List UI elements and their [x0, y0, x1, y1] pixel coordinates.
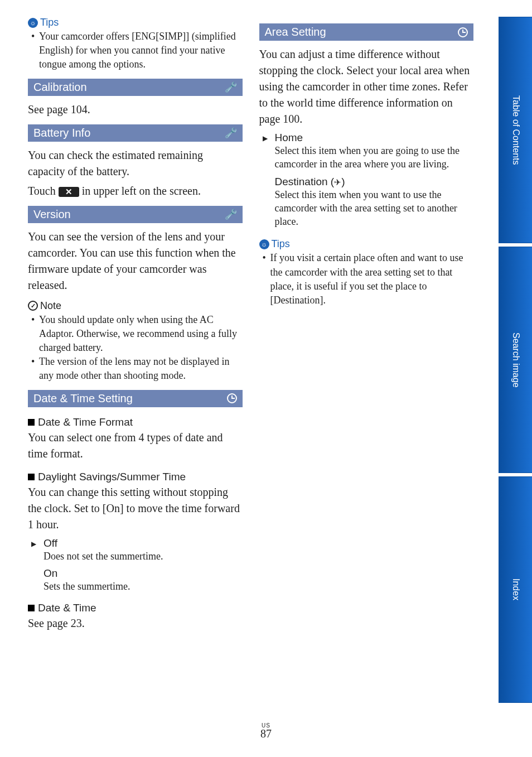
- lightbulb-icon: ☼: [259, 239, 269, 249]
- note-heading: ✓ Note: [28, 300, 61, 312]
- note-item: The version of the lens may not be displ…: [31, 355, 243, 383]
- off-label: Off: [43, 537, 243, 549]
- dest-label-pre: Destination (: [275, 176, 335, 187]
- tips-label-text: Tips: [272, 238, 290, 250]
- dst-body: You can change this setting without stop…: [28, 484, 243, 533]
- clock-icon: [458, 27, 468, 37]
- area-body: You can adjust a time difference without…: [259, 46, 474, 127]
- battery-body-2: Touch ✕ in upper left on the screen.: [28, 183, 243, 199]
- version-heading: Version 🔧: [28, 206, 243, 223]
- tab-search-image[interactable]: Search image: [499, 247, 532, 473]
- on-label: On: [43, 567, 243, 580]
- triangle-marker-icon: ▶: [263, 134, 268, 143]
- version-title: Version: [33, 208, 71, 221]
- on-desc: Sets the summertime.: [43, 580, 243, 593]
- side-tabs: Table of Contents Search image Index: [499, 17, 532, 703]
- square-bullet-icon: [28, 419, 35, 426]
- dst-off-option: ▶ Off Does not set the summertime.: [28, 537, 243, 563]
- home-desc: Select this item when you are going to u…: [275, 144, 474, 171]
- tips-label-text: Tips: [40, 17, 59, 28]
- page-number: 87: [0, 727, 532, 740]
- calibration-heading: Calibration 🔧: [28, 79, 243, 96]
- triangle-marker-icon: ▶: [31, 540, 36, 548]
- area-title: Area Setting: [265, 26, 326, 38]
- airplane-icon: ✈: [334, 177, 341, 187]
- datetime-heading: Date & Time Setting: [28, 390, 243, 407]
- content-columns: ☼ Tips Your camcorder offers [ENG[SIMP]]…: [28, 17, 473, 635]
- area-destination-option: Destination (✈) Select this item when yo…: [259, 176, 474, 229]
- off-desc: Does not set the summertime.: [43, 549, 243, 563]
- date-time-body: See page 23.: [28, 615, 243, 631]
- square-bullet-icon: [28, 474, 35, 480]
- version-body: You can see the version of the lens and …: [28, 229, 243, 293]
- square-bullet-icon: [28, 605, 35, 611]
- tips-heading: ☼ Tips: [259, 238, 290, 250]
- area-heading: Area Setting: [259, 23, 474, 41]
- wrench-icon: 🔧: [225, 208, 237, 220]
- note-icon: ✓: [28, 301, 38, 311]
- dst-title: Daylight Savings/Summer Time: [38, 471, 186, 483]
- tips-heading: ☼ Tips: [28, 17, 59, 28]
- close-icon: ✕: [59, 187, 79, 197]
- tip-item: Your camcorder offers [ENG[SIMP]] (simpl…: [31, 30, 243, 72]
- tips-list: If you visit a certain place often and w…: [259, 251, 474, 307]
- destination-desc: Select this item when you want to use th…: [275, 188, 474, 229]
- date-time-title: Date & Time: [38, 602, 96, 614]
- wrench-icon: 🔧: [225, 81, 237, 93]
- date-time-heading: Date & Time: [28, 602, 243, 614]
- area-home-option: ▶ Home Select this item when you are goi…: [259, 132, 474, 171]
- page-footer: US 87: [0, 722, 532, 740]
- dest-label-post: ): [341, 176, 345, 187]
- right-column: Area Setting You can adjust a time diffe…: [259, 17, 474, 635]
- date-format-body: You can select one from 4 types of date …: [28, 430, 243, 462]
- clock-icon: [227, 393, 237, 403]
- tab-table-of-contents[interactable]: Table of Contents: [499, 17, 532, 243]
- note-list: You should update only when using the AC…: [28, 313, 243, 383]
- calibration-title: Calibration: [33, 81, 87, 94]
- manual-page: ☼ Tips Your camcorder offers [ENG[SIMP]]…: [0, 0, 532, 757]
- tip-item: If you visit a certain place often and w…: [263, 251, 474, 307]
- battery-post: in upper left on the screen.: [82, 185, 201, 197]
- dst-on-option: On Sets the summertime.: [28, 567, 243, 593]
- battery-pre: Touch: [28, 185, 59, 197]
- date-format-title: Date & Time Format: [38, 416, 133, 428]
- date-format-heading: Date & Time Format: [28, 416, 243, 428]
- battery-heading: Battery Info 🔧: [28, 124, 243, 142]
- battery-body-1: You can check the estimated remaining ca…: [28, 147, 243, 180]
- lightbulb-icon: ☼: [28, 18, 38, 28]
- wrench-icon: 🔧: [225, 127, 237, 139]
- destination-label: Destination (✈): [275, 176, 474, 188]
- tips-list: Your camcorder offers [ENG[SIMP]] (simpl…: [28, 30, 243, 72]
- dst-heading: Daylight Savings/Summer Time: [28, 471, 243, 483]
- tab-index[interactable]: Index: [499, 476, 532, 703]
- note-label-text: Note: [40, 300, 61, 312]
- calibration-body: See page 104.: [28, 102, 243, 118]
- left-column: ☼ Tips Your camcorder offers [ENG[SIMP]]…: [28, 17, 243, 635]
- home-label: Home: [275, 132, 474, 144]
- datetime-title: Date & Time Setting: [33, 392, 133, 405]
- note-item: You should update only when using the AC…: [31, 313, 243, 355]
- battery-title: Battery Info: [33, 127, 90, 139]
